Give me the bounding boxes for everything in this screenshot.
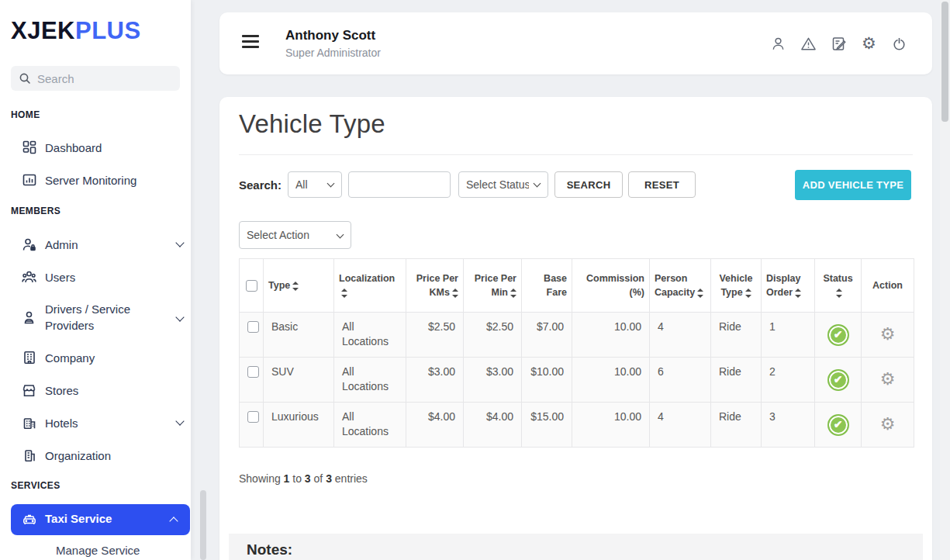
sidebar-search[interactable] [11, 66, 180, 91]
user-role: Super Administrator [285, 47, 381, 59]
sidebar-scrollbar-thumb[interactable] [200, 490, 206, 560]
col-display-order[interactable]: Display Order [762, 259, 815, 313]
col-status[interactable]: Status [815, 259, 862, 313]
row-action-gear-button[interactable]: ⚙ [880, 416, 896, 433]
row-checkbox[interactable] [247, 411, 259, 423]
add-vehicle-type-button[interactable]: ADD VEHICLE TYPE [795, 170, 911, 200]
sort-icon [795, 289, 801, 298]
entries-summary: Showing 1 to 3 of 3 entries [239, 472, 368, 485]
driver-person-icon [22, 310, 36, 325]
sidebar-item-taxi-service[interactable]: Taxi Service [11, 504, 190, 535]
action-select-wrap: Select Action [239, 221, 351, 249]
row-action-gear-button[interactable]: ⚙ [880, 326, 896, 343]
user-name: Anthony Scott [285, 28, 375, 43]
chevron-down-icon [175, 313, 184, 321]
sidebar-item-server-monitoring[interactable]: Server Monitoring [0, 169, 191, 191]
col-vehicle-type[interactable]: Vehicle Type [711, 259, 762, 313]
monitoring-chart-icon [22, 173, 36, 188]
status-active-icon[interactable]: ✔ [827, 369, 849, 391]
row-action-gear-button[interactable]: ⚙ [880, 371, 896, 388]
notes-section: Notes: [229, 534, 923, 560]
sort-icon [697, 289, 703, 298]
status-active-icon[interactable]: ✔ [827, 414, 849, 436]
gear-icon: ⚙ [880, 414, 896, 434]
col-localization[interactable]: Localization [334, 259, 406, 313]
section-label-services: SERVICES [11, 480, 60, 491]
power-icon[interactable] [891, 36, 907, 52]
sidebar-item-organization[interactable]: Organization [0, 444, 191, 466]
col-price-per-min[interactable]: Price Per Min [464, 259, 522, 313]
admin-lock-icon [22, 237, 36, 252]
sort-icon [510, 289, 516, 298]
reset-button[interactable]: RESET [628, 171, 696, 198]
chevron-down-icon [175, 417, 184, 425]
menu-toggle-icon[interactable] [242, 35, 261, 49]
profile-icon[interactable] [770, 36, 786, 52]
col-person-capacity[interactable]: Person Capacity [650, 259, 711, 313]
users-group-icon [22, 270, 36, 285]
row-checkbox[interactable] [247, 366, 259, 378]
organization-building-icon [22, 448, 36, 463]
gear-icon: ⚙ [880, 324, 896, 344]
sidebar-item-admin[interactable]: Admin [0, 233, 191, 255]
col-action: Action [862, 259, 914, 313]
sidebar-item-drivers[interactable]: Drivers / ServiceProviders [0, 301, 191, 334]
hotel-building-icon [22, 416, 36, 430]
sort-icon [745, 289, 751, 298]
search-button[interactable]: SEARCH [554, 171, 623, 198]
bulk-action-select[interactable]: Select Action [239, 221, 351, 249]
notes-title: Notes: [247, 541, 292, 558]
sidebar: XJEKPLUS HOME Dashboard Server Monitorin… [0, 0, 191, 560]
col-type[interactable]: Type [264, 259, 334, 313]
col-price-per-kms[interactable]: Price Per KMs [406, 259, 464, 313]
vehicle-type-panel: Vehicle Type Search: All Select Status S… [219, 97, 932, 560]
sidebar-item-hotels[interactable]: Hotels [0, 412, 191, 434]
storefront-icon [22, 383, 36, 398]
sidebar-item-dashboard[interactable]: Dashboard [0, 137, 191, 158]
sort-icon [292, 282, 299, 291]
column-filter-select[interactable]: All [288, 171, 342, 198]
sidebar-item-stores[interactable]: Stores [0, 379, 191, 401]
sort-icon [452, 289, 458, 298]
table-row: Luxurious All Locations $4.00 $4.00 $15.… [240, 403, 914, 448]
report-edit-icon[interactable] [831, 36, 847, 52]
company-building-icon [22, 351, 36, 365]
status-filter-select[interactable]: Select Status [458, 171, 548, 198]
page-scrollbar-thumb[interactable] [941, 2, 948, 122]
col-base-fare: Base Fare [522, 259, 572, 313]
select-all-checkbox[interactable] [246, 280, 257, 292]
sidebar-item-users[interactable]: Users [0, 266, 191, 288]
col-commission: Commission (%) [572, 259, 650, 313]
keyword-input[interactable] [348, 171, 451, 198]
status-active-icon[interactable]: ✔ [827, 324, 849, 346]
vehicle-type-table: Type Localization Price Per KMs Price Pe… [239, 258, 914, 448]
title-divider [239, 154, 913, 155]
dashboard-icon [22, 140, 36, 155]
gear-icon[interactable]: ⚙ [861, 36, 877, 52]
sidebar-item-company[interactable]: Company [0, 347, 191, 368]
sort-icon [836, 289, 842, 298]
sidebar-subitem-manage-service[interactable]: Manage Service [56, 544, 140, 557]
gear-icon: ⚙ [880, 369, 896, 389]
search-label: Search: [239, 172, 282, 199]
column-filter-select-wrap: All [288, 171, 342, 198]
chevron-up-icon [169, 517, 178, 525]
alert-triangle-icon[interactable] [800, 36, 817, 52]
top-header: Anthony Scott Super Administrator ⚙ [219, 12, 932, 74]
sidebar-search-input[interactable] [37, 72, 161, 85]
page-title: Vehicle Type [239, 109, 385, 139]
app-logo[interactable]: XJEKPLUS [11, 17, 141, 45]
table-row: SUV All Locations $3.00 $3.00 $10.00 10.… [240, 358, 914, 403]
table-row: Basic All Locations $2.50 $2.50 $7.00 10… [240, 313, 914, 358]
page-scrollbar[interactable] [940, 0, 950, 560]
sort-icon [341, 289, 347, 298]
row-checkbox[interactable] [247, 321, 259, 333]
taxi-icon [22, 512, 37, 527]
chevron-down-icon [175, 238, 184, 247]
table-header-row: Type Localization Price Per KMs Price Pe… [240, 259, 914, 313]
section-label-home: HOME [11, 109, 40, 120]
section-label-members: MEMBERS [11, 206, 60, 216]
status-filter-select-wrap: Select Status [458, 171, 548, 198]
search-icon [19, 72, 31, 85]
